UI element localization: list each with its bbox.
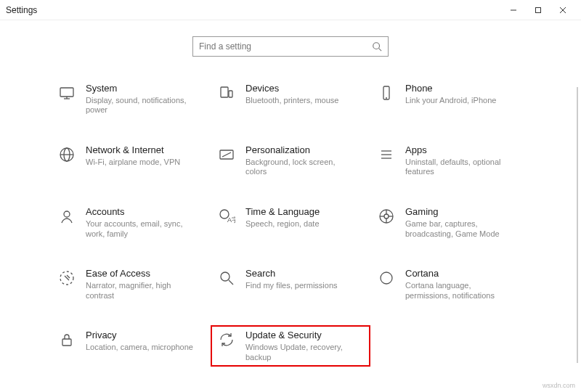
svg-text:A字: A字	[227, 216, 235, 224]
tile-desc: Link your Android, iPhone	[405, 96, 496, 106]
tile-title: Accounts	[86, 206, 195, 218]
svg-line-31	[229, 280, 233, 285]
maximize-button[interactable]	[526, 0, 550, 20]
watermark: wsxdn.com	[543, 382, 575, 389]
svg-rect-9	[221, 87, 228, 97]
time-language-icon: A字	[216, 206, 237, 226]
tile-title: Ease of Access	[86, 268, 195, 279]
svg-rect-33	[62, 339, 71, 346]
tile-title: System	[86, 83, 195, 94]
tile-title: Search	[245, 268, 338, 279]
tile-title: Apps	[405, 144, 514, 156]
tile-devices[interactable]: Devices Bluetooth, printers, mouse	[211, 78, 370, 120]
tile-time-language[interactable]: A字 Time & Language Speech, region, date	[211, 202, 370, 243]
tile-accounts[interactable]: Accounts Your accounts, email, sync, wor…	[51, 202, 211, 243]
svg-point-4	[373, 43, 380, 49]
search-icon	[372, 41, 382, 52]
close-icon	[559, 7, 566, 14]
tile-gaming[interactable]: Gaming Game bar, captures, broadcasting,…	[370, 202, 530, 243]
globe-icon	[57, 144, 77, 165]
devices-icon	[216, 83, 237, 103]
tile-title: Devices	[245, 83, 338, 94]
tile-desc: Speech, region, date	[245, 219, 320, 229]
tile-title: Cortana	[405, 268, 514, 279]
gaming-icon	[376, 206, 397, 226]
tile-desc: Your accounts, email, sync, work, family	[86, 219, 195, 240]
tile-network[interactable]: Network & Internet Wi-Fi, airplane mode,…	[51, 140, 211, 181]
privacy-icon	[57, 330, 77, 350]
search-wrap: Find a setting	[0, 20, 581, 65]
phone-icon	[376, 83, 397, 103]
search-placeholder: Find a setting	[199, 41, 372, 52]
tile-title: Phone	[405, 83, 496, 94]
tile-desc: Background, lock screen, colors	[245, 158, 354, 178]
tile-update-security[interactable]: Update & Security Windows Update, recove…	[211, 325, 370, 367]
scrollbar[interactable]	[577, 87, 578, 363]
svg-rect-1	[536, 7, 541, 12]
tile-title: Gaming	[405, 206, 514, 218]
tile-search[interactable]: Search Find my files, permissions	[211, 264, 370, 305]
maximize-icon	[535, 7, 542, 14]
minimize-button[interactable]	[501, 0, 526, 20]
tile-desc: Location, camera, microphone	[86, 343, 193, 353]
svg-point-24	[384, 214, 389, 219]
svg-point-30	[221, 272, 229, 281]
tile-title: Time & Language	[245, 206, 320, 218]
tile-desc: Uninstall, defaults, optional features	[405, 158, 514, 178]
tile-personalization[interactable]: Personalization Background, lock screen,…	[211, 140, 370, 181]
tile-desc: Find my files, permissions	[245, 281, 338, 291]
svg-point-20	[64, 211, 70, 217]
accounts-icon	[57, 206, 77, 226]
system-icon	[57, 83, 77, 103]
window-title: Settings	[6, 5, 37, 15]
search-input[interactable]: Find a setting	[192, 36, 389, 57]
tile-title: Personalization	[245, 144, 354, 156]
cortana-icon	[376, 268, 397, 288]
tile-desc: Windows Update, recovery, backup	[245, 343, 354, 363]
personalization-icon	[216, 144, 237, 165]
minimize-icon	[510, 7, 517, 14]
tile-desc: Wi-Fi, airplane mode, VPN	[86, 158, 180, 168]
svg-rect-11	[383, 86, 389, 99]
titlebar: Settings	[0, 0, 581, 20]
tile-ease-of-access[interactable]: Ease of Access Narrator, magnifier, high…	[51, 264, 211, 305]
close-button[interactable]	[550, 0, 575, 20]
tile-desc: Display, sound, notifications, power	[86, 96, 195, 116]
tile-title: Update & Security	[245, 330, 354, 341]
svg-point-32	[381, 272, 392, 284]
update-icon	[216, 330, 237, 350]
tile-privacy[interactable]: Privacy Location, camera, microphone	[51, 325, 211, 367]
search-tile-icon	[216, 268, 237, 288]
tile-desc: Cortana language, permissions, notificat…	[405, 281, 514, 301]
apps-icon	[376, 144, 397, 165]
tile-desc: Game bar, captures, broadcasting, Game M…	[405, 219, 514, 240]
settings-grid: System Display, sound, notifications, po…	[0, 65, 581, 374]
tile-cortana[interactable]: Cortana Cortana language, permissions, n…	[370, 264, 530, 305]
tile-title: Privacy	[86, 330, 193, 341]
svg-line-5	[379, 49, 382, 52]
tile-system[interactable]: System Display, sound, notifications, po…	[51, 78, 211, 120]
tile-apps[interactable]: Apps Uninstall, defaults, optional featu…	[370, 140, 530, 181]
svg-rect-6	[60, 88, 73, 97]
tile-desc: Narrator, magnifier, high contrast	[86, 281, 195, 301]
ease-of-access-icon	[57, 268, 77, 288]
tile-title: Network & Internet	[86, 144, 180, 156]
tile-desc: Bluetooth, printers, mouse	[245, 96, 338, 106]
svg-rect-10	[229, 91, 232, 97]
tile-phone[interactable]: Phone Link your Android, iPhone	[370, 78, 530, 120]
